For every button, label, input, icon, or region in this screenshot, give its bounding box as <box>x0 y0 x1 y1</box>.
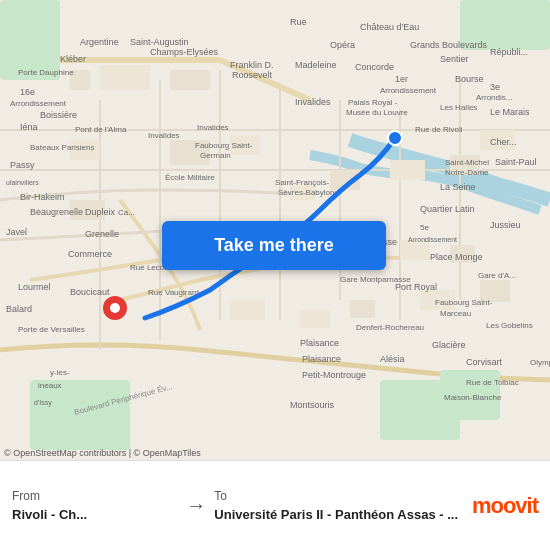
svg-text:Boissière: Boissière <box>40 110 77 120</box>
to-label: To <box>214 489 464 503</box>
svg-text:Dupleix: Dupleix <box>85 207 116 217</box>
svg-text:16e: 16e <box>20 87 35 97</box>
svg-text:y-les-: y-les- <box>50 368 70 377</box>
svg-text:Cher...: Cher... <box>490 137 517 147</box>
svg-text:Invalides: Invalides <box>295 97 331 107</box>
svg-text:Saint-François-: Saint-François- <box>275 178 330 187</box>
svg-text:Rue Vaugirard: Rue Vaugirard <box>148 288 199 297</box>
svg-text:Musée du Louvre: Musée du Louvre <box>346 108 408 117</box>
svg-rect-35 <box>350 300 375 318</box>
svg-text:Bir-Hakeim: Bir-Hakeim <box>20 192 65 202</box>
svg-text:Lourmel: Lourmel <box>18 282 51 292</box>
svg-text:Saint-Michel: Saint-Michel <box>445 158 489 167</box>
svg-text:Grands Boulevards: Grands Boulevards <box>410 40 488 50</box>
svg-rect-36 <box>230 300 265 320</box>
svg-rect-19 <box>170 70 210 90</box>
svg-text:Alésia: Alésia <box>380 354 405 364</box>
svg-text:Arrondissement: Arrondissement <box>408 236 457 243</box>
from-section: From Rivoli - Ch... <box>12 489 178 522</box>
svg-text:Balard: Balard <box>6 304 32 314</box>
take-me-there-button[interactable]: Take me there <box>162 221 386 270</box>
svg-text:Pont de l'Alma: Pont de l'Alma <box>75 125 127 134</box>
svg-text:Jussieu: Jussieu <box>490 220 521 230</box>
svg-text:ulainviliers: ulainviliers <box>6 179 39 186</box>
svg-rect-30 <box>400 240 430 260</box>
svg-text:Gare d'A...: Gare d'A... <box>478 271 516 280</box>
svg-text:Corvisart: Corvisart <box>466 357 503 367</box>
svg-text:Arrondis...: Arrondis... <box>476 93 512 102</box>
svg-text:Plaisance: Plaisance <box>302 354 341 364</box>
svg-text:ineaux: ineaux <box>38 381 62 390</box>
svg-text:Républi...: Républi... <box>490 47 528 57</box>
svg-text:Opéra: Opéra <box>330 40 355 50</box>
svg-text:Champs-Elysées: Champs-Elysées <box>150 47 219 57</box>
svg-rect-26 <box>390 160 425 180</box>
svg-text:Les Halles: Les Halles <box>440 103 477 112</box>
svg-text:Iéna: Iéna <box>20 122 38 132</box>
svg-text:Palais Royal -: Palais Royal - <box>348 98 398 107</box>
svg-text:Beaugrenelle: Beaugrenelle <box>30 207 83 217</box>
svg-text:Germain: Germain <box>200 151 231 160</box>
to-title: Université Paris II - Panthéon Assas - .… <box>214 507 464 522</box>
svg-text:Sentier: Sentier <box>440 54 469 64</box>
svg-text:Porte de Versailles: Porte de Versailles <box>18 325 85 334</box>
svg-text:Invalides: Invalides <box>148 131 180 140</box>
arrow-icon: → <box>186 494 206 517</box>
svg-text:Sèvres-Babylone: Sèvres-Babylone <box>278 188 339 197</box>
svg-text:Saint-Augustin: Saint-Augustin <box>130 37 189 47</box>
svg-text:Château d'Eau: Château d'Eau <box>360 22 419 32</box>
svg-text:Notre-Dame: Notre-Dame <box>445 168 489 177</box>
from-label: From <box>12 489 178 503</box>
svg-text:Arrondissement: Arrondissement <box>10 99 67 108</box>
moovit-text: moovit <box>472 493 538 519</box>
from-title: Rivoli - Ch... <box>12 507 178 522</box>
svg-text:Rue de Tolbiac: Rue de Tolbiac <box>466 378 519 387</box>
svg-text:Concorde: Concorde <box>355 62 394 72</box>
svg-text:Petit-Montrouge: Petit-Montrouge <box>302 370 366 380</box>
svg-text:Passy: Passy <box>10 160 35 170</box>
svg-text:Glacière: Glacière <box>432 340 466 350</box>
svg-text:Quartier Latin: Quartier Latin <box>420 204 475 214</box>
svg-rect-34 <box>300 310 330 328</box>
svg-text:Faubourg Saint-: Faubourg Saint- <box>435 298 493 307</box>
svg-text:Bateaux Parisiens: Bateaux Parisiens <box>30 143 94 152</box>
svg-text:5e: 5e <box>420 223 429 232</box>
svg-text:Bourse: Bourse <box>455 74 484 84</box>
svg-text:1er: 1er <box>395 74 408 84</box>
svg-text:Kléber: Kléber <box>60 54 86 64</box>
svg-text:Denfert-Rochereau: Denfert-Rochereau <box>356 323 424 332</box>
svg-text:Franklin D.: Franklin D. <box>230 60 274 70</box>
svg-point-126 <box>110 303 120 313</box>
to-section: To Université Paris II - Panthéon Assas … <box>214 489 464 522</box>
svg-text:Porte Dauphine: Porte Dauphine <box>18 68 74 77</box>
svg-text:Marceau: Marceau <box>440 309 471 318</box>
svg-text:Montsouris: Montsouris <box>290 400 335 410</box>
svg-text:Maison-Blanche: Maison-Blanche <box>444 393 502 402</box>
svg-text:Argentine: Argentine <box>80 37 119 47</box>
svg-text:Javel: Javel <box>6 227 27 237</box>
map-attribution: © OpenStreetMap contributors | © OpenMap… <box>4 448 201 458</box>
svg-text:Les Gobelins: Les Gobelins <box>486 321 533 330</box>
bottom-bar: From Rivoli - Ch... → To Université Pari… <box>0 460 550 550</box>
svg-text:d'Issy: d'Issy <box>34 399 52 407</box>
svg-text:Saint-Paul: Saint-Paul <box>495 157 537 167</box>
svg-text:Plaisance: Plaisance <box>300 338 339 348</box>
svg-text:La Seine: La Seine <box>440 182 476 192</box>
svg-text:Roosevelt: Roosevelt <box>232 70 273 80</box>
svg-text:Madeleine: Madeleine <box>295 60 337 70</box>
take-me-there-label: Take me there <box>214 235 334 256</box>
svg-text:Faubourg Saint-: Faubourg Saint- <box>195 141 253 150</box>
svg-point-124 <box>388 131 402 145</box>
svg-text:Arrondissement: Arrondissement <box>380 86 437 95</box>
svg-text:Rue: Rue <box>290 17 307 27</box>
svg-text:Commerce: Commerce <box>68 249 112 259</box>
svg-text:Olymp...: Olymp... <box>530 358 550 367</box>
svg-text:Grenelle: Grenelle <box>85 229 119 239</box>
map-container: Argentine Saint-Augustin Rue Château d'E… <box>0 0 550 460</box>
svg-text:3e: 3e <box>490 82 500 92</box>
svg-text:Boucicaut: Boucicaut <box>70 287 110 297</box>
moovit-logo: moovit <box>472 493 538 519</box>
svg-rect-18 <box>100 65 150 90</box>
svg-text:Port Royal: Port Royal <box>395 282 437 292</box>
svg-text:Place Monge: Place Monge <box>430 252 483 262</box>
